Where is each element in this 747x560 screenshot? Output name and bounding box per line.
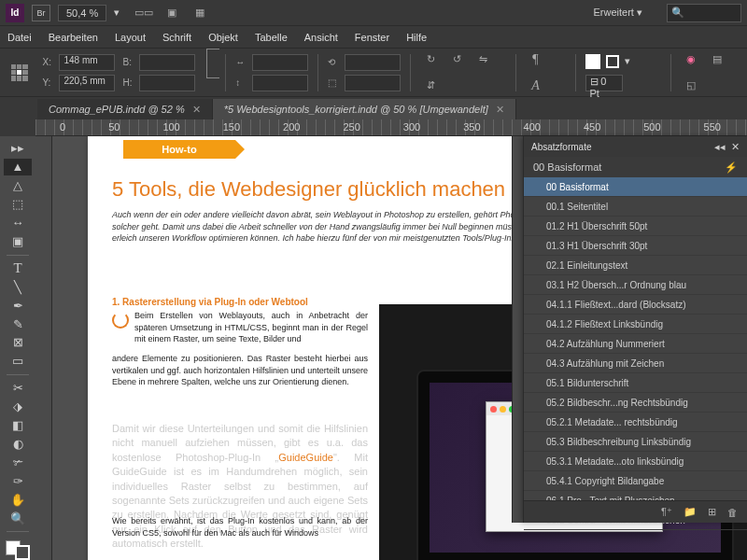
menu-layout[interactable]: Layout <box>115 32 146 43</box>
style-item[interactable]: 04.3 Aufzählung mit Zeichen <box>524 354 747 373</box>
rotate-ccw-icon[interactable]: ↺ <box>446 49 467 70</box>
h-input[interactable] <box>139 75 195 91</box>
panel-close-icon[interactable]: ✕ <box>731 141 740 153</box>
flip-v-icon[interactable]: ⇵ <box>420 76 441 96</box>
screen-mode-icon[interactable]: ▣ <box>162 4 181 22</box>
section-heading: 1. Rastererstellung via Plug-In oder Web… <box>112 297 308 307</box>
selection-tool[interactable]: ▲ <box>4 159 32 175</box>
content-collector-tool[interactable]: ▣ <box>4 233 32 250</box>
fill-stroke-swap[interactable] <box>6 540 30 560</box>
pen-tool[interactable]: ✒ <box>4 297 32 314</box>
reference-point-icon[interactable] <box>11 64 28 81</box>
eyedropper-tool[interactable]: ✑ <box>4 472 32 489</box>
style-item[interactable]: 04.1.2 Fließtext Linksbündig <box>524 315 747 334</box>
shear-input[interactable] <box>345 75 401 91</box>
tab-close-icon[interactable]: ✕ <box>496 104 504 116</box>
style-item[interactable]: 05.4.1 Copyright Bildangabe <box>524 471 747 491</box>
style-item[interactable]: 02.1 Einleitungstext <box>524 256 747 275</box>
tab-close-icon[interactable]: ✕ <box>192 104 201 116</box>
menu-bearbeiten[interactable]: Bearbeiten <box>49 32 98 43</box>
paragraph-styles-panel: Absatzformate ◂◂✕ 00 Basisformat ⚡ 00 Ba… <box>523 136 747 523</box>
gradient-swatch-tool[interactable]: ◧ <box>4 417 32 434</box>
style-item[interactable]: 01.3 H1 Überschrift 30pt <box>524 236 747 256</box>
current-style-label: 00 Basisformat <box>533 161 601 173</box>
gap-tool[interactable]: ↔ <box>4 215 32 231</box>
style-item[interactable]: 05.2 Bildbeschr...ng Rechtsbündig <box>524 393 747 413</box>
document-tab[interactable]: *5 Webdesigntools_korrigiert.indd @ 50 %… <box>213 99 516 119</box>
y-input[interactable]: 220,5 mm <box>59 75 115 91</box>
scale-y-input[interactable] <box>252 75 308 91</box>
new-group-icon[interactable]: 📁 <box>684 506 697 518</box>
hand-tool[interactable]: ✋ <box>4 491 32 508</box>
panel-dock-collapse[interactable] <box>512 136 523 523</box>
style-item[interactable]: 01.2 H1 Überschrift 50pt <box>524 217 747 236</box>
constrain-link-icon[interactable] <box>206 49 219 78</box>
rotate-cw-icon[interactable]: ↻ <box>420 49 441 70</box>
rectangle-frame-tool[interactable]: ⊠ <box>4 334 32 351</box>
style-item[interactable]: 05.3.1 Metadate...oto linksbündig <box>524 452 747 471</box>
pencil-tool[interactable]: ✎ <box>4 315 32 332</box>
stroke-icon: ⊟ <box>590 76 599 87</box>
horizontal-ruler[interactable]: 0501001502002503003504004505005506006507… <box>35 119 747 136</box>
menu-datei[interactable]: Datei <box>7 32 32 43</box>
clear-overrides-icon[interactable]: ¶⁺ <box>661 506 672 518</box>
gradient-feather-tool[interactable]: ◐ <box>4 435 32 452</box>
view-options-icon[interactable]: ▭▭ <box>134 4 153 22</box>
swatch-dropdown-icon[interactable]: ▾ <box>625 55 630 67</box>
x-input[interactable]: 148 mm <box>59 54 115 71</box>
rotate-input[interactable] <box>345 54 401 71</box>
style-item[interactable]: 03.1 H2 Übersch...r Ordnung blau <box>524 275 747 295</box>
char-style-icon[interactable]: A <box>525 76 545 96</box>
w-label: B: <box>122 57 135 67</box>
scale-x-input[interactable] <box>252 54 308 71</box>
workspace-switcher[interactable]: Erweitert ▾ <box>585 5 652 21</box>
style-item[interactable]: 04.2 Aufzählung Nummeriert <box>524 334 747 354</box>
free-transform-tool[interactable]: ⬗ <box>4 399 32 415</box>
arrange-icon[interactable]: ▦ <box>190 4 209 22</box>
vertical-ruler[interactable] <box>35 136 52 560</box>
panel-tab-absatzformate[interactable]: Absatzformate <box>531 142 591 152</box>
note-tool[interactable]: ✃ <box>4 454 32 470</box>
new-style-icon[interactable]: ⊞ <box>708 506 716 518</box>
text-wrap-icon[interactable]: ▤ <box>707 49 727 70</box>
style-item[interactable]: 00.1 Seitentitel <box>524 197 747 217</box>
menu-hilfe[interactable]: Hilfe <box>406 32 427 43</box>
flip-h-icon[interactable]: ⇋ <box>472 49 493 70</box>
document-tab[interactable]: Commag_ePUB.indd @ 52 %✕ <box>37 99 213 119</box>
search-input[interactable]: 🔍 <box>667 4 741 22</box>
stroke-weight-input[interactable]: ⊟ 0 Pt <box>585 75 623 91</box>
scale-x-icon: ↔ <box>235 57 248 67</box>
panel-collapse-icon[interactable]: ◂◂ <box>714 141 726 153</box>
style-item[interactable]: 00 Basisformat <box>524 177 747 197</box>
style-item[interactable]: 05.3 Bildbeschreibung Linksbündig <box>524 432 747 452</box>
panel-collapse-icon[interactable]: ▸▸ <box>4 140 32 157</box>
effects-icon[interactable]: ◉ <box>681 49 701 70</box>
line-tool[interactable]: ╲ <box>4 278 32 295</box>
zoom-level[interactable]: 50,4 % <box>58 5 106 21</box>
corner-icon[interactable]: ◱ <box>681 76 701 96</box>
direct-selection-tool[interactable]: △ <box>4 177 32 194</box>
page-tool[interactable]: ⬚ <box>4 196 32 213</box>
menu-ansicht[interactable]: Ansicht <box>304 32 338 43</box>
fill-swatch-icon[interactable] <box>585 54 600 69</box>
zoom-dropdown-icon[interactable]: ▾ <box>114 7 120 19</box>
para-style-icon[interactable]: ¶ <box>525 49 545 70</box>
w-input[interactable] <box>139 54 195 71</box>
tools-panel: ▸▸ ▲ △ ⬚ ↔ ▣ T ╲ ✒ ✎ ⊠ ▭ ✂ ⬗ ◧ ◐ ✃ ✑ ✋ 🔍 <box>0 136 35 560</box>
style-item[interactable]: 05.2.1 Metadate... rechtsbündig <box>524 413 747 432</box>
style-item[interactable]: 04.1.1 Fließtext...dard (Blocksatz) <box>524 295 747 315</box>
menu-schrift[interactable]: Schrift <box>162 32 191 43</box>
scissors-tool[interactable]: ✂ <box>4 380 32 397</box>
bridge-icon[interactable]: Br <box>32 5 50 21</box>
menu-objekt[interactable]: Objekt <box>208 32 238 43</box>
quick-apply-icon[interactable]: ⚡ <box>725 161 738 174</box>
delete-style-icon[interactable]: 🗑 <box>727 507 738 518</box>
menu-fenster[interactable]: Fenster <box>355 32 389 43</box>
menu-tabelle[interactable]: Tabelle <box>255 32 288 43</box>
rectangle-tool[interactable]: ▭ <box>4 353 32 370</box>
stroke-swatch-icon[interactable] <box>606 55 619 68</box>
type-tool[interactable]: T <box>4 259 32 276</box>
page-title: 5 Tools, die Webdesigner glücklich mache… <box>112 177 505 202</box>
zoom-tool[interactable]: 🔍 <box>4 510 32 526</box>
style-item[interactable]: 05.1 Bildunterschrift <box>524 373 747 393</box>
